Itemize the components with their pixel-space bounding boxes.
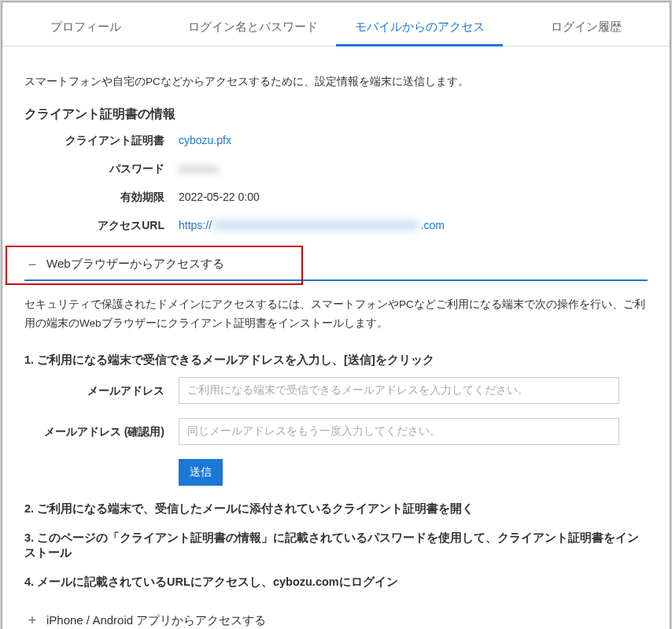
accordion-web-browser[interactable]: − Webブラウザーからアクセスする xyxy=(24,247,648,281)
expiry-value: 2022-05-22 0:00 xyxy=(179,191,260,203)
expiry-label: 有効期限 xyxy=(24,191,179,205)
step1-title: 1. ご利用になる端末で受信できるメールアドレスを入力し、[送信]をクリック xyxy=(24,353,648,368)
minus-icon: − xyxy=(24,257,40,272)
tab-mobile-access[interactable]: モバイルからのアクセス xyxy=(336,12,503,46)
cert-section-title: クライアント証明書の情報 xyxy=(24,106,648,123)
accordion-mobile-app[interactable]: + iPhone / Android アプリからアクセスする xyxy=(24,604,648,629)
tab-login-history[interactable]: ログイン履歴 xyxy=(503,12,670,46)
url-blurred: XXXXXXXXXXXXXXXXXXXXXXXXXXXX xyxy=(213,219,419,231)
step2-title: 2. ご利用になる端末で、受信したメールに添付されているクライアント証明書を開く xyxy=(24,501,648,516)
url-suffix: .com xyxy=(421,219,445,231)
password-label: パスワード xyxy=(24,162,179,176)
tab-login[interactable]: ログイン名とパスワード xyxy=(169,12,336,46)
email-confirm-field[interactable] xyxy=(179,418,619,445)
step4-title: 4. メールに記載されているURLにアクセスし、cybozu.comにログイン xyxy=(24,575,648,590)
cert-download-link[interactable]: cybozu.pfx xyxy=(179,134,231,146)
accordion-title-2: iPhone / Android アプリからアクセスする xyxy=(46,613,266,628)
send-button[interactable]: 送信 xyxy=(179,459,223,486)
email-label: メールアドレス xyxy=(24,377,179,404)
accordion-title: Webブラウザーからアクセスする xyxy=(46,257,224,272)
step3-title: 3. このページの「クライアント証明書の情報」に記載されているパスワードを使用し… xyxy=(24,531,648,561)
email-field[interactable] xyxy=(179,377,619,404)
password-value: ●●●●●● xyxy=(179,162,219,175)
plus-icon: + xyxy=(24,613,40,627)
email-confirm-label: メールアドレス (確認用) xyxy=(24,418,179,445)
cert-label: クライアント証明書 xyxy=(24,134,179,148)
tab-profile[interactable]: プロフィール xyxy=(2,12,169,46)
accordion-desc: セキュリティで保護されたドメインにアクセスするには、スマートフォンやPCなどご利… xyxy=(24,295,648,334)
access-url-label: アクセスURL xyxy=(24,219,179,233)
cert-info: クライアント証明書 cybozu.pfx パスワード ●●●●●● 有効期限 2… xyxy=(24,134,648,233)
url-prefix: https:// xyxy=(179,219,212,231)
intro-text: スマートフォンや自宅のPCなどからアクセスするために、設定情報を端末に送信します… xyxy=(24,75,648,89)
tab-bar: プロフィール ログイン名とパスワード モバイルからのアクセス ログイン履歴 xyxy=(2,2,670,46)
access-url-value[interactable]: https://XXXXXXXXXXXXXXXXXXXXXXXXXXXX.com xyxy=(179,219,445,231)
